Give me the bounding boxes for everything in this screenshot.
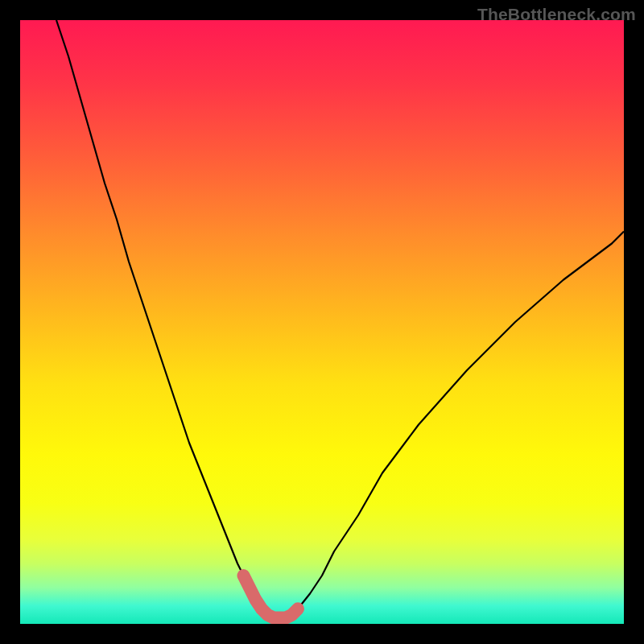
chart-container: TheBottleneck.com [0, 0, 644, 644]
bottleneck-curve [56, 20, 624, 618]
plot-area [20, 20, 624, 624]
bottleneck-curve-chart [20, 20, 624, 624]
curve-highlight-minimum [244, 576, 299, 618]
